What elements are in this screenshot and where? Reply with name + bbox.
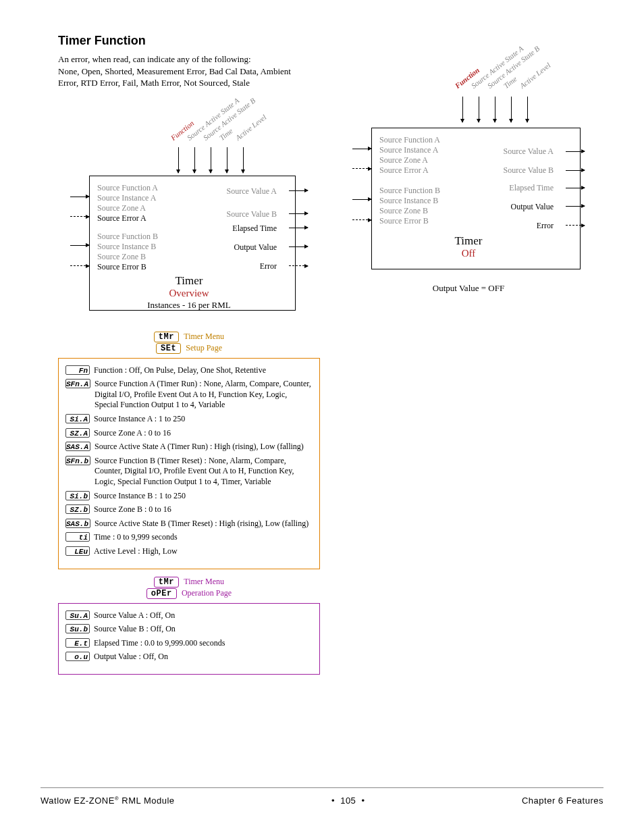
label-sib: Source Instance B [97,242,158,252]
label-sea: Source Error A [97,213,158,224]
param-code: SFn.A [65,379,90,388]
overview-left-a: Source Function A Source Instance A Sour… [97,183,158,224]
menu-label: Timer Menu [184,577,224,586]
off-top-label-alevel: Active Level [518,61,552,90]
label-sza: Source Zone A [379,155,440,165]
menu-code-pill: tMr [154,577,179,588]
param-code: Si.A [65,414,90,423]
param-text: Function : Off, On Pulse, Delay, One Sho… [94,365,313,376]
param-text: Source Value A : Off, On [94,610,313,621]
param-text: Source Instance A : 1 to 250 [94,414,313,425]
param-text: Time : 0 to 9,999 seconds [94,532,313,543]
label-ov: Output Value [511,202,554,212]
param-row: SAS.bSource Active State B (Timer Reset)… [65,519,313,529]
menu-code-pill: tMr [154,332,179,342]
label-seb: Source Error B [97,262,158,272]
param-row: Si.bSource Instance B : 1 to 250 [65,491,313,502]
arrow-right-icon [566,206,585,207]
param-row: o.uOutput Value : Off, On [65,652,313,662]
arrow-dashed-icon [352,219,371,220]
off-timer-title: Timer [340,234,597,248]
label-et: Elapsed Time [232,224,277,234]
page-code-pill: SEt [156,343,181,354]
arrow-dashed-icon [566,225,585,226]
param-text: Source Function A (Timer Run) : None, Al… [95,379,313,411]
footer-left: Watlow EZ-ZONE® RML Module [41,796,175,806]
arrow-dashed-icon [70,216,89,217]
off-left-b: Source Function B Source Instance B Sour… [379,186,440,226]
param-row: SZ.ASource Zone A : 0 to 16 [65,428,313,439]
arrow-right-icon [566,151,585,152]
label-sfb: Source Function B [379,186,440,196]
param-code: SZ.b [65,504,90,514]
label-sva: Source Value A [504,147,554,157]
intro-line1: An error, when read, can indicate any of… [58,54,251,64]
label-szb: Source Zone B [97,252,158,262]
arrow-down-icon [243,147,244,173]
label-szb: Source Zone B [379,206,440,216]
overview-instances: Instances - 16 per RML [58,300,320,311]
label-err: Error [260,261,277,271]
param-text: Source Instance B : 1 to 250 [94,491,313,502]
arrow-right-icon [566,170,585,171]
label-ov: Output Value [234,242,277,253]
page-code-pill: oPEr [146,588,177,599]
arrow-right-icon [70,245,89,246]
param-row: LEuActive Level : High, Low [65,546,313,557]
label-sib: Source Instance B [379,196,440,206]
label-seb: Source Error B [379,216,440,226]
param-code: o.u [65,652,90,661]
arrow-right-icon [566,188,585,188]
content-row: An error, when read, can indicate any of… [41,53,603,675]
off-diagram: Function Source Active State A Source Ac… [340,40,597,303]
arrow-right-icon [352,149,371,149]
setup-menu-header: tMr Timer Menu SEt Setup Page [58,331,320,354]
arrow-right-icon [289,213,308,214]
arrow-right-icon [289,246,308,247]
page-label: Operation Page [182,588,232,598]
intro-line2: None, Open, Shorted, Measurement Error, … [58,66,291,88]
arrow-down-icon [227,147,227,173]
param-row: FnFunction : Off, On Pulse, Delay, One S… [65,365,313,376]
arrow-down-icon [511,97,512,122]
param-text: Active Level : High, Low [94,546,313,557]
arrow-down-icon [194,147,195,173]
label-sfa: Source Function A [379,135,440,145]
param-text: Output Value : Off, On [94,652,313,662]
param-row: SZ.bSource Zone B : 0 to 16 [65,504,313,515]
label-svb: Source Value B [504,165,554,176]
overview-left-b: Source Function B Source Instance B Sour… [97,232,158,272]
arrow-dashed-icon [289,265,308,266]
param-row: tiTime : 0 to 9,999 seconds [65,532,313,543]
off-left-a: Source Function A Source Instance A Sour… [379,135,440,176]
top-label-alevel: Active Level [234,113,268,142]
right-column: Function Source Active State A Source Ac… [354,40,597,303]
param-row: SFn.bSource Function B (Timer Reset) : N… [65,456,313,488]
page-number: 105 [340,796,356,806]
arrow-down-icon [211,147,211,173]
intro-text: An error, when read, can indicate any of… [58,53,301,89]
footer-brand: Watlow EZ-ZONE [41,796,115,806]
param-row: Si.ASource Instance A : 1 to 250 [65,414,313,425]
overview-subtitle: Overview [58,288,320,299]
param-text: Source Zone A : 0 to 16 [94,428,313,439]
param-code: ti [65,532,90,542]
arrow-right-icon [352,199,371,200]
footer-page: • 105 • [331,796,365,806]
arrow-right-icon [289,228,308,228]
param-row: Su.ASource Value A : Off, On [65,610,313,621]
off-subtitle: Off [340,248,597,259]
label-svb: Source Value B [227,209,277,219]
param-code: SAS.b [65,519,90,528]
param-code: Fn [65,365,90,375]
param-code: SZ.A [65,428,90,438]
arrow-down-icon [495,97,495,122]
param-text: Source Zone B : 0 to 16 [94,504,313,515]
param-text: Source Active State B (Timer Reset) : Hi… [95,519,313,529]
arrow-down-icon [178,147,179,173]
arrow-down-icon [479,97,479,122]
param-code: Su.b [65,624,90,633]
param-text: Source Value B : Off, On [94,624,313,635]
footer-model: RML Module [119,796,174,806]
arrow-down-icon [527,97,528,122]
